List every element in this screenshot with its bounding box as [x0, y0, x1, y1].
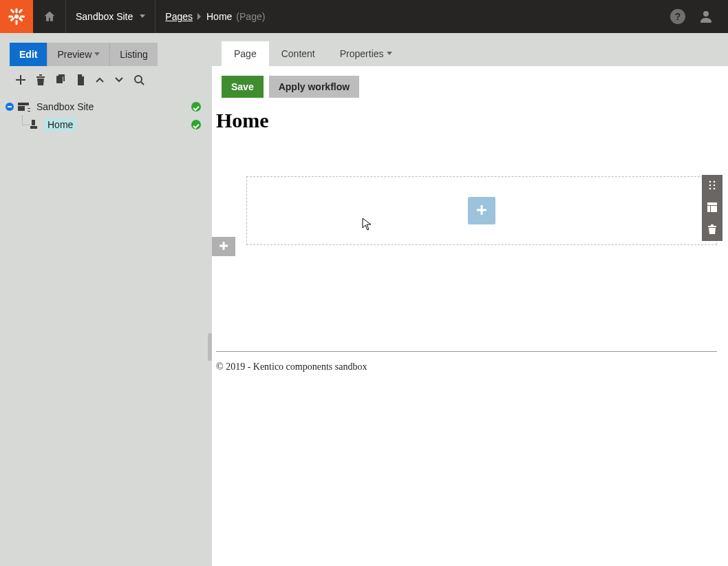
breadcrumb-current: Home — [206, 11, 232, 22]
svg-point-21 — [709, 180, 711, 182]
mode-tabs: Edit Preview Listing — [10, 43, 212, 66]
mode-tab-listing-label: Listing — [120, 43, 147, 65]
delete-section-button[interactable] — [702, 219, 722, 241]
dropdown-caret-icon — [387, 52, 392, 55]
user-menu[interactable] — [698, 8, 714, 25]
svg-rect-1 — [16, 8, 18, 13]
topbar: Sandbox Site Pages Home (Page) ? — [0, 0, 728, 33]
svg-point-9 — [703, 11, 709, 17]
page-icon — [30, 120, 40, 129]
apply-workflow-button[interactable]: Apply workflow — [269, 76, 359, 98]
save-button[interactable]: Save — [222, 76, 264, 98]
svg-rect-28 — [707, 206, 710, 212]
plus-icon — [475, 203, 489, 219]
mode-tab-listing[interactable]: Listing — [110, 43, 157, 66]
dropdown-caret-icon — [94, 52, 100, 56]
section-toolbar — [702, 175, 722, 241]
kentico-logo-icon — [8, 8, 25, 25]
svg-rect-3 — [8, 16, 13, 18]
dropdown-caret-icon — [140, 14, 145, 18]
svg-point-17 — [135, 76, 142, 83]
svg-rect-12 — [36, 76, 45, 78]
content-tabs: Page Content Properties — [212, 33, 728, 66]
svg-rect-30 — [708, 226, 716, 227]
tree-node-label: Sandbox Site — [33, 100, 97, 114]
tree-node-home[interactable]: Home — [4, 116, 205, 134]
svg-rect-5 — [10, 8, 14, 13]
svg-rect-33 — [220, 244, 228, 247]
tab-properties[interactable]: Properties — [328, 41, 405, 66]
new-page-button[interactable] — [15, 74, 26, 85]
svg-rect-8 — [10, 17, 14, 21]
content-tree: Sandbox Site Home — [0, 94, 212, 134]
tree-node-label: Home — [44, 118, 76, 132]
svg-rect-14 — [56, 76, 63, 83]
svg-line-18 — [141, 82, 144, 85]
svg-rect-31 — [711, 224, 714, 226]
site-selector-label: Sandbox Site — [76, 11, 133, 22]
home-icon — [43, 10, 56, 23]
help-icon: ? — [675, 11, 681, 22]
delete-button[interactable] — [36, 74, 45, 85]
app-logo[interactable] — [0, 0, 33, 33]
tree-node-root[interactable]: Sandbox Site — [4, 98, 205, 116]
section-layout-button[interactable] — [702, 197, 722, 219]
svg-rect-4 — [20, 16, 25, 18]
help-button[interactable]: ? — [670, 9, 685, 24]
svg-point-26 — [714, 187, 716, 189]
right-panel: Page Content Properties Save Apply workf… — [212, 33, 728, 566]
page-title: Home — [216, 109, 728, 132]
svg-rect-29 — [711, 206, 717, 212]
editor-toolbar: Save Apply workflow — [212, 66, 728, 107]
tab-content[interactable]: Content — [269, 41, 328, 66]
mode-tab-preview[interactable]: Preview — [47, 43, 110, 66]
move-up-button[interactable] — [95, 76, 105, 83]
search-button[interactable] — [133, 74, 144, 85]
panel-splitter[interactable] — [208, 66, 212, 566]
dashboard-home-button[interactable] — [33, 0, 66, 33]
svg-rect-7 — [18, 8, 23, 13]
trash-icon — [708, 224, 716, 236]
svg-point-0 — [14, 14, 19, 19]
move-section-button[interactable] — [702, 175, 722, 197]
site-selector[interactable]: Sandbox Site — [66, 0, 156, 33]
add-section-button[interactable] — [212, 237, 235, 256]
page-footer: © 2019 - Kentico components sandbox — [216, 351, 717, 373]
paste-button[interactable] — [76, 74, 85, 85]
svg-rect-27 — [707, 202, 717, 205]
breadcrumb-root[interactable]: Pages — [165, 11, 193, 22]
collapse-toggle-icon[interactable] — [6, 103, 14, 111]
svg-rect-11 — [16, 79, 25, 81]
chevron-right-icon — [197, 13, 202, 20]
widget-zone[interactable] — [246, 176, 717, 245]
copy-button[interactable] — [55, 74, 66, 85]
tree-toolbar — [0, 66, 212, 94]
mode-tab-edit-label: Edit — [19, 43, 37, 65]
svg-point-24 — [714, 184, 716, 186]
plus-icon — [218, 240, 229, 253]
svg-point-22 — [714, 180, 716, 182]
add-widget-button[interactable] — [468, 197, 495, 224]
tab-label: Properties — [340, 48, 384, 59]
layout-icon — [707, 202, 717, 214]
svg-rect-20 — [477, 209, 486, 211]
breadcrumb-type: (Page) — [236, 11, 265, 22]
svg-rect-2 — [16, 20, 18, 25]
move-down-button[interactable] — [114, 76, 124, 83]
breadcrumb: Pages Home (Page) — [156, 0, 275, 33]
tab-page[interactable]: Page — [222, 41, 269, 66]
svg-point-23 — [709, 184, 711, 186]
status-published-icon — [191, 102, 201, 112]
status-published-icon — [191, 120, 201, 129]
mode-tab-preview-label: Preview — [57, 43, 92, 65]
tab-label: Page — [234, 48, 257, 59]
svg-point-25 — [709, 187, 711, 189]
mode-tab-edit[interactable]: Edit — [10, 43, 47, 66]
tab-label: Content — [281, 48, 315, 59]
left-panel: Edit Preview Listing — [0, 33, 212, 566]
svg-rect-16 — [63, 74, 65, 81]
site-icon — [18, 103, 29, 111]
splitter-handle-icon[interactable] — [208, 333, 212, 361]
topbar-right: ? — [670, 0, 728, 33]
editor-pane: Save Apply workflow Home — [212, 66, 728, 566]
